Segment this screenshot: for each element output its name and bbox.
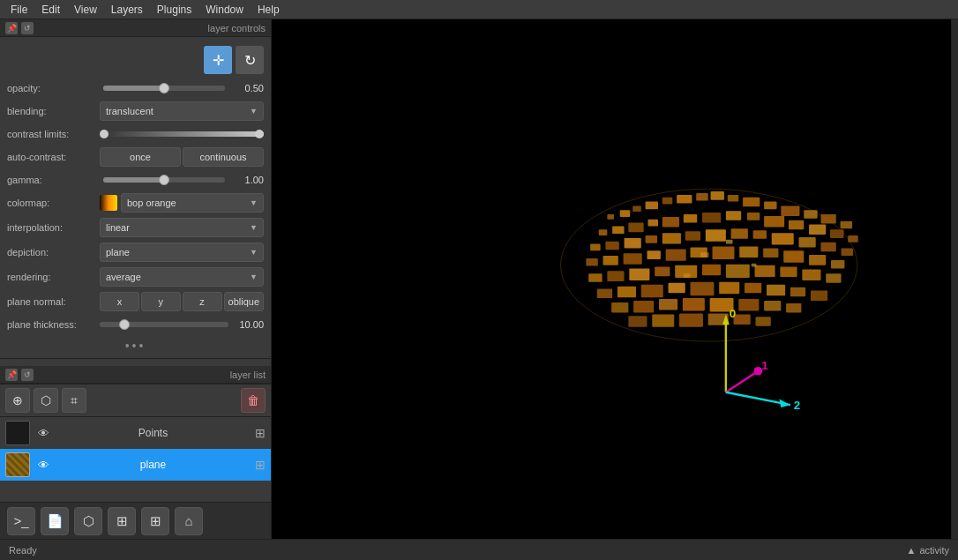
contrast-thumb-right[interactable] — [255, 130, 264, 138]
svg-rect-32 — [625, 238, 641, 249]
menu-file[interactable]: File — [4, 2, 34, 18]
home-button[interactable]: ⌂ — [175, 507, 203, 535]
labels3d-button[interactable]: ⊞ — [108, 507, 136, 535]
svg-rect-57 — [629, 268, 649, 280]
svg-rect-38 — [753, 230, 767, 239]
points-visibility-toggle[interactable]: 👁 — [35, 425, 51, 441]
menu-help[interactable]: Help — [251, 2, 287, 18]
thickness-value: 10.00 — [228, 319, 264, 330]
plane-y-button[interactable]: y — [141, 292, 181, 311]
menu-edit[interactable]: Edit — [34, 2, 67, 18]
svg-rect-42 — [842, 248, 853, 256]
svg-marker-99 — [779, 399, 790, 407]
svg-rect-34 — [662, 233, 681, 243]
svg-rect-61 — [726, 265, 750, 278]
svg-rect-43 — [586, 258, 597, 266]
plane-normal-row: plane normal: x y z oblique — [0, 289, 271, 314]
svg-rect-55 — [588, 273, 602, 282]
layer-list-pin-icon[interactable]: 📌 — [5, 369, 18, 381]
depiction-dropdown[interactable]: plane ▼ — [100, 243, 264, 262]
svg-rect-75 — [811, 290, 827, 301]
plane-visibility-toggle[interactable]: 👁 — [35, 457, 51, 473]
plane-z-button[interactable]: z — [183, 292, 222, 311]
menu-plugins[interactable]: Plugins — [150, 2, 198, 18]
svg-rect-37 — [731, 228, 748, 239]
gamma-thumb[interactable] — [159, 175, 169, 185]
rendering-row: rendering: average ▼ — [0, 265, 271, 289]
viewport[interactable]: 0 1 2 — [272, 19, 958, 539]
blending-dropdown[interactable]: translucent ▼ — [100, 101, 264, 121]
add-shapes-button[interactable]: ⬡ — [34, 388, 58, 413]
refresh-icon[interactable]: ↺ — [21, 22, 34, 34]
svg-rect-78 — [659, 299, 677, 310]
svg-rect-45 — [624, 253, 642, 264]
more-dots[interactable]: ••• — [0, 335, 271, 356]
layer-list-icons: 📌 ↺ — [5, 369, 34, 381]
activity-label[interactable]: activity — [919, 545, 949, 556]
auto-contrast-group: once continuous — [100, 147, 264, 167]
svg-rect-77 — [633, 301, 654, 312]
gamma-label: gamma: — [7, 175, 100, 185]
menu-view[interactable]: View — [67, 2, 104, 18]
add-labels-button[interactable]: ⌗ — [62, 388, 86, 413]
add-points-button[interactable]: ⊕ — [5, 388, 30, 413]
pin-icon[interactable]: 📌 — [5, 22, 18, 34]
contrast-label: contrast limits: — [7, 129, 100, 139]
opacity-slider[interactable] — [103, 86, 225, 91]
layer-item-plane[interactable]: 👁 plane ⊞ — [0, 449, 271, 481]
thickness-slider[interactable] — [100, 322, 228, 327]
menu-layers[interactable]: Layers — [104, 2, 150, 18]
points-expand-icon[interactable]: ⊞ — [255, 426, 266, 440]
opacity-thumb[interactable] — [159, 83, 169, 93]
plane-thickness-label: plane thickness: — [7, 319, 100, 330]
svg-rect-1 — [607, 214, 614, 220]
plane-x-button[interactable]: x — [100, 292, 139, 311]
colormap-dropdown[interactable]: bop orange ▼ — [121, 193, 264, 213]
colormap-swatch — [100, 195, 117, 211]
contrast-slider[interactable] — [100, 131, 264, 137]
svg-rect-44 — [603, 256, 618, 265]
rotate-button[interactable]: ↻ — [236, 46, 264, 74]
plane-expand-icon[interactable]: ⊞ — [255, 458, 266, 472]
menu-window[interactable]: Window — [198, 2, 251, 18]
svg-rect-30 — [590, 244, 601, 251]
svg-rect-36 — [706, 229, 726, 241]
svg-rect-74 — [790, 287, 805, 297]
interpolation-dropdown[interactable]: linear ▼ — [100, 218, 264, 237]
delete-layer-button[interactable]: 🗑 — [241, 388, 266, 413]
svg-rect-60 — [702, 265, 721, 275]
svg-rect-33 — [646, 235, 657, 243]
script-button[interactable]: 📄 — [41, 507, 69, 535]
vertical-scrollbar[interactable] — [951, 19, 958, 539]
grid-button[interactable]: ⊞ — [141, 507, 169, 535]
layer-controls-header: 📌 ↺ layer controls — [0, 19, 271, 37]
svg-rect-54 — [831, 260, 844, 269]
console-button[interactable]: >_ — [7, 507, 35, 535]
svg-rect-6 — [677, 195, 692, 204]
svg-rect-67 — [617, 287, 636, 297]
move-button[interactable]: ✛ — [204, 46, 232, 74]
svg-rect-4 — [646, 202, 658, 210]
svg-rect-14 — [820, 214, 835, 224]
plane-oblique-button[interactable]: oblique — [224, 292, 264, 311]
svg-rect-11 — [764, 202, 776, 210]
shapes3d-button[interactable]: ⬡ — [74, 507, 102, 535]
contrast-thumb-left[interactable] — [100, 130, 109, 138]
svg-rect-92 — [752, 264, 757, 267]
continuous-button[interactable]: continuous — [183, 147, 264, 167]
layer-item-points[interactable]: 👁 Points ⊞ — [0, 417, 271, 449]
thickness-thumb[interactable] — [119, 319, 130, 330]
layer-list-refresh-icon[interactable]: ↺ — [21, 369, 34, 381]
svg-rect-20 — [662, 217, 679, 228]
once-button[interactable]: once — [100, 147, 181, 167]
svg-rect-41 — [820, 243, 835, 252]
svg-rect-66 — [597, 289, 612, 299]
blending-value: translucent — [106, 106, 153, 116]
opacity-value: 0.50 — [228, 83, 264, 93]
rendering-dropdown[interactable]: average ▼ — [100, 267, 264, 287]
svg-rect-9 — [728, 195, 738, 202]
status-right: ▲ activity — [906, 545, 949, 556]
svg-rect-56 — [607, 271, 624, 281]
opacity-row: opacity: 0.50 — [0, 78, 271, 99]
gamma-slider[interactable] — [103, 177, 225, 183]
